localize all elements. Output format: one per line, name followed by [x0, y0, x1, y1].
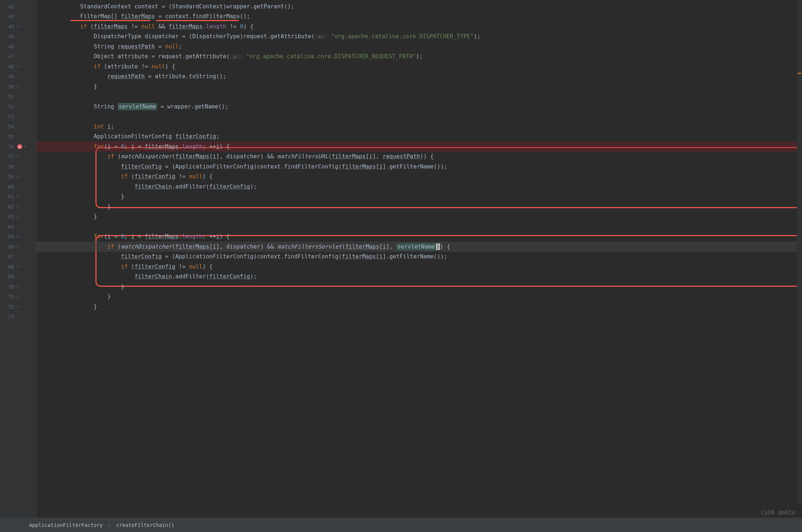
code-line[interactable]: }	[36, 292, 802, 302]
code-line[interactable]: if (matchDispatcher(filterMaps[i], dispa…	[36, 242, 802, 252]
line-number[interactable]: 60	[1, 184, 16, 190]
gutter[interactable]: 424344⊟45464748⊟4950⊖515253545556⊟57⊟585…	[0, 0, 36, 517]
breadcrumb[interactable]: ApplicationFilterFactory › createFilterC…	[0, 517, 802, 532]
code-line[interactable]: for(i = 0; i < filterMaps.length; ++i) {	[36, 142, 802, 152]
code-line[interactable]: }	[36, 302, 802, 312]
line-number[interactable]: 65	[1, 234, 16, 239]
gutter-row[interactable]: 50⊖	[0, 82, 36, 92]
gutter-row[interactable]: 69	[0, 272, 36, 282]
line-number[interactable]: 46	[1, 44, 16, 49]
line-number[interactable]: 54	[1, 124, 16, 130]
fold-icon[interactable]: ⊟	[17, 154, 20, 159]
gutter-row[interactable]: 42	[0, 1, 36, 12]
code-line[interactable]: if (filterConfig != null) {	[36, 172, 802, 182]
gutter-row[interactable]: 59⊟	[0, 172, 36, 182]
code-line[interactable]: Object attribute = request.getAttribute(…	[36, 52, 802, 62]
gutter-row[interactable]: 49	[0, 72, 36, 82]
gutter-row[interactable]: 53	[0, 112, 36, 122]
line-number[interactable]: 52	[1, 104, 16, 110]
gutter-row[interactable]: 67	[0, 252, 36, 262]
code-line[interactable]: }	[36, 202, 802, 212]
gutter-row[interactable]: 70⊖	[0, 282, 36, 292]
line-number[interactable]: 56	[1, 144, 16, 150]
line-number[interactable]: 68	[1, 264, 16, 270]
gutter-row[interactable]: 60	[0, 182, 36, 192]
line-number[interactable]: 47	[1, 53, 16, 59]
code-line[interactable]	[36, 112, 802, 122]
line-number[interactable]: 43	[1, 13, 16, 19]
gutter-row[interactable]: 46	[0, 41, 36, 52]
line-number[interactable]: 45	[1, 33, 16, 39]
gutter-row[interactable]: 68⊟	[0, 262, 36, 272]
line-number[interactable]: 59	[1, 174, 16, 179]
code-line[interactable]: StandardContext context = (StandardConte…	[36, 1, 802, 12]
gutter-row[interactable]: 62⊖	[0, 202, 36, 212]
gutter-row[interactable]: 64	[0, 222, 36, 232]
code-line[interactable]: FilterMap[] filterMaps = context.findFil…	[36, 12, 802, 22]
code-line[interactable]: }	[36, 282, 802, 292]
line-number[interactable]: 50	[1, 84, 16, 90]
gutter-row[interactable]: 71⊖	[0, 292, 36, 302]
line-number[interactable]: 49	[1, 74, 16, 79]
line-number[interactable]: 58	[1, 164, 16, 170]
code-line[interactable]	[36, 312, 802, 322]
fold-icon[interactable]: ⊖	[17, 304, 20, 309]
code-line[interactable]: }	[36, 192, 802, 202]
line-number[interactable]: 55	[1, 134, 16, 139]
code-line[interactable]: filterConfig = (ApplicationFilterConfig)…	[36, 252, 802, 262]
line-number[interactable]: 63	[1, 214, 16, 219]
line-number[interactable]: 42	[1, 4, 16, 9]
line-number[interactable]: 64	[1, 224, 16, 230]
error-stripe[interactable]	[797, 0, 802, 503]
fold-icon[interactable]: ⊖	[17, 84, 20, 89]
gutter-row[interactable]: 43	[0, 12, 36, 22]
gutter-row[interactable]: 44⊟	[0, 21, 36, 32]
line-number[interactable]: 57	[1, 154, 16, 159]
code-line[interactable]: filterChain.addFilter(filterConfig);	[36, 272, 802, 282]
editor-viewport[interactable]: 424344⊟45464748⊟4950⊖515253545556⊟57⊟585…	[0, 0, 802, 517]
line-number[interactable]: 72	[1, 304, 16, 310]
breakpoint-icon[interactable]	[17, 144, 22, 149]
gutter-row[interactable]: 55	[0, 132, 36, 142]
breadcrumb-method[interactable]: createFilterChain()	[116, 522, 174, 528]
code-line[interactable]: if (filterConfig != null) {	[36, 262, 802, 272]
code-line[interactable]: for(i = 0; i < filterMaps.length; ++i) {	[36, 232, 802, 242]
fold-icon[interactable]: ⊟	[17, 244, 20, 249]
line-number[interactable]: 62	[1, 204, 16, 210]
gutter-row[interactable]: 63⊖	[0, 212, 36, 222]
code-line[interactable]: filterChain.addFilter(filterConfig);	[36, 182, 802, 192]
gutter-row[interactable]: 73	[0, 312, 36, 322]
code-line[interactable]: DispatcherType dispatcher = (DispatcherT…	[36, 32, 802, 42]
gutter-row[interactable]: 65⊟	[0, 232, 36, 242]
code-line[interactable]: if (filterMaps != null && filterMaps.len…	[36, 21, 802, 32]
fold-icon[interactable]: ⊟	[24, 144, 26, 149]
line-number[interactable]: 66	[1, 244, 16, 250]
gutter-row[interactable]: 54	[0, 122, 36, 132]
fold-icon[interactable]: ⊟	[17, 24, 20, 29]
fold-icon[interactable]: ⊟	[17, 64, 20, 69]
line-number[interactable]: 44	[1, 24, 16, 29]
code-line[interactable]: requestPath = attribute.toString();	[36, 72, 802, 82]
fold-icon[interactable]: ⊖	[17, 204, 20, 209]
gutter-row[interactable]: 56⊟	[0, 142, 36, 152]
code-line[interactable]: filterConfig = (ApplicationFilterConfig)…	[36, 162, 802, 172]
line-number[interactable]: 69	[1, 274, 16, 279]
code-line[interactable]: int i;	[36, 122, 802, 132]
line-number[interactable]: 70	[1, 284, 16, 290]
gutter-row[interactable]: 72⊖	[0, 302, 36, 312]
gutter-row[interactable]: 47	[0, 52, 36, 62]
code-area[interactable]: StandardContext context = (StandardConte…	[36, 0, 802, 517]
code-line[interactable]: String requestPath = null;	[36, 41, 802, 52]
code-line[interactable]: }	[36, 82, 802, 92]
gutter-row[interactable]: 51	[0, 92, 36, 102]
fold-icon[interactable]: ⊖	[17, 284, 20, 289]
stripe-mark[interactable]	[798, 73, 801, 74]
line-number[interactable]: 51	[1, 94, 16, 99]
gutter-row[interactable]: 58	[0, 162, 36, 172]
gutter-row[interactable]: 61⊖	[0, 192, 36, 202]
gutter-row[interactable]: 66⊟	[0, 242, 36, 252]
fold-icon[interactable]: ⊖	[17, 294, 20, 299]
line-number[interactable]: 61	[1, 194, 16, 199]
breadcrumb-class[interactable]: ApplicationFilterFactory	[29, 522, 103, 528]
code-line[interactable]	[36, 222, 802, 232]
